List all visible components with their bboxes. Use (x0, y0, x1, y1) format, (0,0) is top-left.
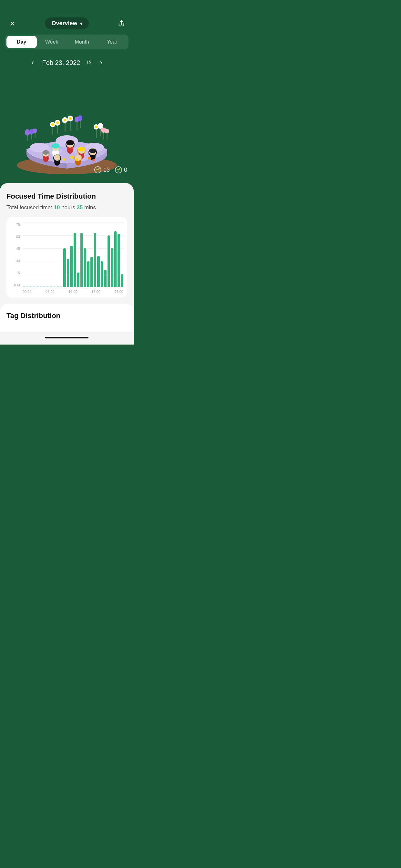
next-date-button[interactable]: › (96, 57, 105, 68)
chart-y-labels: 0 M 15 30 45 60 75 (10, 222, 20, 287)
svg-point-10 (25, 129, 30, 135)
svg-point-43 (52, 144, 59, 149)
seeds-zero-value: 0 (124, 166, 127, 174)
stats-overlay: 🌱 13 🌱 0 (94, 166, 127, 174)
tag-distribution-title: Tag Distribution (6, 312, 127, 320)
chart-bar (97, 256, 100, 287)
chart-bar (87, 261, 90, 287)
svg-point-69 (88, 157, 91, 160)
focused-hours-label: hours (61, 205, 75, 211)
focused-time-summary: Total focused time: 10 hours 35 mins (6, 205, 127, 211)
chart-bar (26, 286, 29, 287)
close-button[interactable] (6, 18, 18, 29)
focused-mins-value: 35 (76, 205, 83, 211)
chart-bar (60, 286, 63, 287)
x-label-2300: 23:00 (114, 290, 123, 293)
svg-rect-31 (96, 128, 97, 138)
svg-rect-38 (106, 132, 107, 140)
svg-point-67 (75, 158, 78, 161)
tab-day[interactable]: Day (6, 36, 37, 48)
svg-rect-21 (65, 122, 66, 132)
svg-point-51 (42, 150, 49, 155)
chart-bar (50, 286, 52, 287)
seeds-collected-stat: 🌱 13 (94, 166, 110, 174)
svg-point-68 (62, 158, 65, 161)
focused-hours-value: 10 (54, 205, 60, 211)
svg-point-17 (51, 123, 54, 126)
prev-date-button[interactable]: ‹ (28, 57, 37, 68)
chart-bar (111, 248, 113, 287)
header: Overview ▾ (0, 0, 134, 35)
svg-point-30 (78, 115, 82, 121)
x-label-0600: 06:00 (45, 290, 55, 293)
svg-point-70 (92, 159, 95, 161)
overview-title: Overview (51, 20, 77, 27)
chart-bars-wrapper (23, 222, 123, 287)
svg-point-33 (95, 126, 97, 128)
chart-bar (118, 234, 120, 287)
x-label-1800: 18:00 (91, 290, 100, 293)
svg-rect-15 (52, 126, 53, 135)
svg-point-26 (69, 117, 72, 120)
chart-bar (36, 286, 39, 287)
chart-bar (29, 286, 32, 287)
chart-bar (43, 286, 45, 287)
chart-bar (47, 286, 49, 287)
svg-point-23 (64, 119, 66, 121)
svg-point-66 (70, 156, 73, 159)
svg-point-14 (33, 128, 37, 133)
chart-bar (101, 261, 103, 287)
y-label-30: 30 (10, 259, 20, 263)
share-button[interactable] (116, 18, 127, 29)
svg-point-59 (89, 149, 96, 153)
focused-mins-label: mins (84, 205, 96, 211)
chart-bar (114, 231, 117, 287)
svg-point-62 (54, 154, 60, 161)
svg-point-47 (66, 140, 74, 145)
svg-point-20 (56, 121, 59, 124)
chart-bar (107, 236, 110, 287)
chevron-down-icon: ▾ (80, 21, 82, 26)
y-label-0: 0 M (10, 283, 20, 287)
y-label-15: 15 (10, 271, 20, 275)
svg-point-55 (78, 147, 85, 151)
x-label-1200: 12:00 (68, 290, 78, 293)
y-label-75: 75 (10, 222, 20, 226)
chart-bar (57, 286, 59, 287)
tag-distribution-section: Tag Distribution (0, 304, 134, 332)
chart-bar (33, 286, 35, 287)
focused-time-label: Total focused time: (6, 205, 52, 211)
bottom-card: Focused Time Distribution Total focused … (0, 183, 134, 345)
y-label-60: 60 (10, 235, 20, 239)
seeds-zero-stat: 🌱 0 (115, 166, 127, 174)
chart-bar (81, 233, 83, 287)
chart-bar (121, 274, 124, 287)
chart-bar (23, 286, 25, 287)
chart-container: 0 M 15 30 45 60 75 00 (6, 217, 127, 298)
svg-point-39 (104, 129, 109, 133)
garden-scene: 🌱 13 🌱 0 (0, 73, 134, 183)
chart-x-labels: 00:00 06:00 12:00 18:00 23:00 (10, 290, 123, 293)
tab-week[interactable]: Week (37, 36, 67, 48)
date-navigation: ‹ Feb 23, 2022 ↺ › (0, 55, 134, 73)
chart-area: 0 M 15 30 45 60 75 (10, 222, 123, 287)
tab-month[interactable]: Month (67, 36, 97, 48)
refresh-date-icon[interactable]: ↺ (87, 59, 91, 66)
chart-bar (94, 233, 96, 287)
tab-year[interactable]: Year (97, 36, 127, 48)
seeds-collected-value: 13 (103, 166, 110, 174)
seed-empty-icon: 🌱 (115, 166, 122, 174)
chart-bar (70, 246, 73, 287)
chart-bar (104, 270, 106, 287)
home-indicator (45, 337, 89, 338)
y-label-45: 45 (10, 247, 20, 251)
overview-dropdown[interactable]: Overview ▾ (45, 18, 89, 29)
svg-rect-24 (70, 120, 71, 131)
chart-bar (73, 233, 76, 287)
chart-bar (40, 286, 42, 287)
seed-icon: 🌱 (94, 166, 101, 174)
tab-bar: Day Week Month Year (5, 35, 128, 50)
chart-bar (63, 248, 66, 287)
chart-bar (84, 248, 86, 287)
chart-bar (67, 259, 69, 287)
